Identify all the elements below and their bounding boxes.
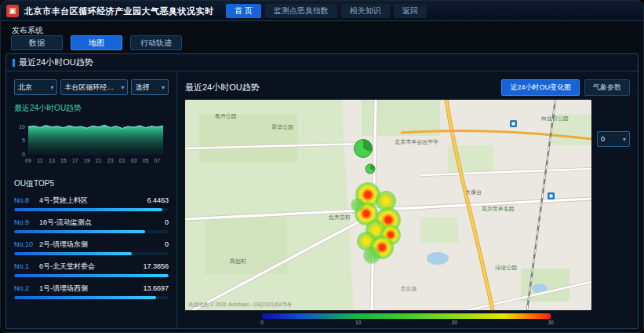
tab-map[interactable]: 地图 — [71, 35, 122, 50]
view-tabs: 数据 地图 行动轨迹 — [11, 35, 182, 50]
top5-bar-fill — [14, 208, 162, 211]
top5-name: 16号-流动监测点 — [39, 218, 162, 228]
main-nav: 首 页 监测点恶臭指数 相关知识 返回 — [226, 4, 427, 18]
chevron-down-icon: ▾ — [162, 84, 165, 91]
legend-tick-label: 20 — [452, 320, 457, 325]
nav-item-odor-index[interactable]: 监测点恶臭指数 — [265, 4, 337, 18]
svg-text:0: 0 — [22, 152, 25, 157]
svg-text:09: 09 — [25, 158, 31, 163]
map[interactable]: 看丹公园新华公园北京市丰台区中学白盆窑公园大葆台花乡世界名园北天堂村绿堤公园高佃… — [185, 100, 591, 310]
dashboard-screen: ▣ 北京市丰台区循环经济产业园大气恶臭状况实时 首 页 监测点恶臭指数 相关知识… — [0, 0, 644, 333]
map-panel-header: 最近24小时OU趋势 近24小时OU变化图 气象参数 — [185, 78, 630, 97]
top5-item: No.10 2号-填埋场东侧 0 — [14, 240, 169, 255]
point-select-value: 选择 — [135, 82, 149, 93]
map-basemap — [185, 100, 591, 310]
system-label: 发布系统 — [12, 25, 43, 36]
nav-item-knowledge[interactable]: 相关知识 — [341, 4, 390, 18]
legend-tick-label: 30 — [548, 320, 553, 325]
top5-value: 6.4463 — [147, 196, 169, 204]
chevron-down-icon: ▾ — [50, 84, 53, 91]
top5-bar-fill — [14, 230, 145, 233]
top5-bar — [14, 208, 169, 211]
legend-tick-label: 10 — [355, 320, 361, 325]
layer-select[interactable]: 0 ▾ — [597, 131, 630, 147]
filter-row: 北京 ▾ 丰台区循环经济产业园 ▾ 选择 ▾ — [14, 79, 169, 95]
top5-value: 17.3856 — [143, 262, 169, 270]
top5-bar — [14, 296, 169, 299]
svg-text:13: 13 — [49, 158, 55, 163]
top-header: ▣ 北京市丰台区循环经济产业园大气恶臭状况实时 首 页 监测点恶臭指数 相关知识… — [1, 1, 643, 21]
svg-text:10: 10 — [19, 124, 25, 130]
top5-rank: No.1 — [14, 262, 39, 270]
svg-text:5: 5 — [22, 137, 25, 143]
panel-header: 最近24小时OU趋势 — [6, 54, 638, 71]
top5-rank: No.10 — [14, 240, 39, 248]
svg-text:19: 19 — [84, 158, 90, 163]
panel-title: 最近24小时OU趋势 — [19, 57, 93, 68]
top5-rank: No.2 — [14, 284, 39, 292]
city-select[interactable]: 北京 ▾ — [14, 79, 57, 95]
nav-item-back[interactable]: 返回 — [394, 4, 427, 18]
left-chart-title: 最近24小时OU趋势 — [14, 103, 169, 114]
layer-select-value: 0 — [601, 135, 605, 143]
park-select-value: 丰台区循环经济产业园 — [64, 82, 119, 93]
left-sidebar: 北京 ▾ 丰台区循环经济产业园 ▾ 选择 ▾ 最近24小时OU趋势 — [6, 71, 177, 328]
top5-name: 4号-焚烧上料区 — [39, 196, 144, 206]
tab-data[interactable]: 数据 — [11, 35, 63, 50]
tab-track[interactable]: 行动轨迹 — [130, 35, 182, 50]
svg-text:07: 07 — [155, 158, 161, 163]
map-area: 看丹公园新华公园北京市丰台区中学白盆窑公园大葆台花乡世界名园北天堂村绿堤公园高佃… — [185, 100, 630, 310]
legend-tick-label: 0 — [260, 320, 264, 325]
top5-bar-fill — [14, 274, 169, 277]
top5-rank: No.8 — [14, 196, 39, 204]
top5-name: 6号-北天堂村委会 — [39, 262, 140, 272]
top5-bar — [14, 252, 169, 255]
top5-bar — [14, 230, 169, 233]
park-select[interactable]: 丰台区循环经济产业园 ▾ — [60, 79, 128, 95]
top5-bar-fill — [14, 296, 156, 299]
ou-trend-chart: 0510 091113151719212301030507 — [14, 116, 169, 173]
map-panel: 最近24小时OU趋势 近24小时OU变化图 气象参数 — [177, 71, 638, 328]
top5-item: No.2 1号-填埋场西侧 13.6697 — [14, 284, 169, 299]
chevron-down-icon: ▾ — [121, 84, 124, 91]
map-attribution: 高德地图 © 2021 AutoNavi - GS(2021)6375号 — [188, 302, 292, 309]
app-logo-icon: ▣ — [6, 5, 19, 17]
svg-text:15: 15 — [60, 158, 67, 163]
ou-change-chart-button[interactable]: 近24小时OU变化图 — [501, 79, 580, 96]
top5-value: 0 — [165, 218, 169, 226]
app-title: 北京市丰台区循环经济产业园大气恶臭状况实时 — [24, 1, 214, 21]
top5-bar — [14, 274, 169, 277]
svg-text:05: 05 — [143, 158, 149, 163]
chevron-down-icon: ▾ — [623, 136, 626, 143]
top5-title: OU值TOP5 — [14, 178, 169, 189]
legend-ticks: 0102030 — [262, 320, 551, 328]
top5-item: No.9 16号-流动监测点 0 — [14, 218, 169, 233]
svg-text:11: 11 — [37, 158, 42, 163]
top5-value: 13.6697 — [143, 284, 169, 292]
nav-item-home[interactable]: 首 页 — [226, 4, 261, 18]
heat-legend: 0102030 — [185, 313, 630, 329]
legend-gradient-bar — [262, 313, 551, 319]
svg-text:03: 03 — [131, 158, 137, 163]
svg-text:21: 21 — [96, 158, 102, 163]
svg-text:17: 17 — [72, 158, 78, 163]
weather-params-button[interactable]: 气象参数 — [584, 79, 630, 96]
top5-name: 1号-填埋场西侧 — [39, 284, 140, 294]
top5-value: 0 — [165, 240, 169, 248]
top5-item: No.1 6号-北天堂村委会 17.3856 — [14, 262, 169, 277]
city-select-value: 北京 — [18, 82, 32, 93]
main-panel: 最近24小时OU趋势 北京 ▾ 丰台区循环经济产业园 ▾ 选择 ▾ 最近24小时… — [5, 53, 639, 329]
top5-name: 2号-填埋场东侧 — [39, 240, 162, 250]
svg-text:23: 23 — [107, 158, 114, 163]
panel-accent — [13, 59, 15, 67]
top5-list: No.8 4号-焚烧上料区 6.4463 No.9 16号-流动监测点 0 — [14, 196, 169, 299]
top5-bar-fill — [14, 252, 132, 255]
point-select[interactable]: 选择 ▾ — [131, 79, 169, 95]
svg-text:01: 01 — [119, 158, 126, 163]
map-panel-title: 最近24小时OU趋势 — [185, 82, 501, 93]
top5-item: No.8 4号-焚烧上料区 6.4463 — [14, 196, 169, 211]
top5-rank: No.9 — [14, 218, 39, 226]
